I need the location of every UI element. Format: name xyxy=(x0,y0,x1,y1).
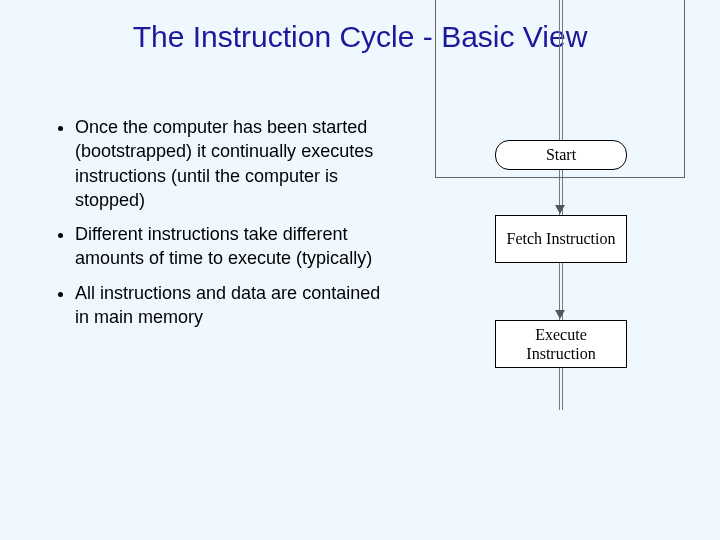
flowchart: Start Fetch Instruction Execute Instruct… xyxy=(430,0,690,410)
flow-node-fetch: Fetch Instruction xyxy=(495,215,627,263)
arrowhead-icon xyxy=(555,205,565,214)
bullet-item: Different instructions take different am… xyxy=(75,222,385,271)
arrowhead-icon xyxy=(555,310,565,319)
flow-node-start: Start xyxy=(495,140,627,170)
bullet-item: Once the computer has been started (boot… xyxy=(75,115,385,212)
bullet-item: All instructions and data are contained … xyxy=(75,281,385,330)
bullet-list: Once the computer has been started (boot… xyxy=(55,115,385,339)
flow-node-execute: Execute Instruction xyxy=(495,320,627,368)
